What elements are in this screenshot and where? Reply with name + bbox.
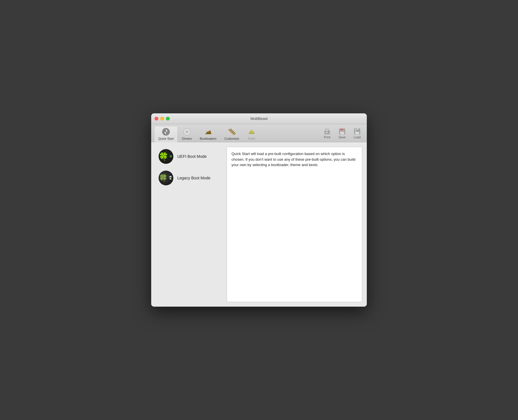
description-text: Quick Start will load a pre-built config… <box>231 151 357 168</box>
save-button[interactable]: Save <box>335 126 349 140</box>
description-panel: Quick Start will load a pre-built config… <box>227 147 362 302</box>
save-label: Save <box>338 135 346 139</box>
svg-rect-9 <box>251 130 252 131</box>
sidebar-item-legacy[interactable]: Legacy Boot Mode <box>156 168 223 188</box>
tab-bootloaders[interactable]: Bootloaders <box>196 126 220 142</box>
app-window: MultiBeast Quick Start <box>151 113 367 307</box>
svg-point-33 <box>170 156 171 156</box>
toolbar-nav: Quick Start Drivers <box>154 126 320 142</box>
legacy-label: Legacy Boot Mode <box>177 176 210 180</box>
customize-icon <box>227 127 236 136</box>
close-button[interactable] <box>155 117 158 120</box>
load-label: Load <box>354 135 361 139</box>
print-label: Print <box>324 135 330 139</box>
svg-rect-22 <box>356 129 357 130</box>
traffic-lights <box>155 117 170 120</box>
maximize-button[interactable] <box>166 117 170 120</box>
sidebar-item-uefi[interactable]: UEFI Boot Mode <box>156 147 223 166</box>
tab-drivers[interactable]: Drivers <box>178 126 196 142</box>
tab-build[interactable]: Build <box>243 126 260 142</box>
print-button[interactable]: Print <box>320 126 334 140</box>
tab-quick-start[interactable]: Quick Start <box>154 126 178 142</box>
load-icon <box>353 128 361 135</box>
uefi-icon <box>159 149 173 164</box>
svg-point-3 <box>186 131 187 132</box>
bootloaders-label: Bootloaders <box>200 137 216 140</box>
svg-rect-8 <box>249 133 254 134</box>
load-button[interactable]: Load <box>350 126 364 140</box>
customize-label: Customize <box>224 137 239 140</box>
drivers-icon <box>182 127 191 136</box>
title-bar: MultiBeast <box>151 113 367 124</box>
svg-rect-13 <box>325 129 329 131</box>
svg-point-34 <box>171 156 171 156</box>
build-icon <box>247 127 256 136</box>
minimize-button[interactable] <box>160 117 164 120</box>
sidebar: UEFI Boot Mode <box>156 147 227 302</box>
quick-start-label: Quick Start <box>158 137 174 140</box>
svg-rect-18 <box>340 132 344 134</box>
window-title: MultiBeast <box>250 116 268 121</box>
legacy-icon <box>159 171 173 185</box>
svg-point-14 <box>328 131 329 132</box>
main-content: UEFI Boot Mode <box>151 142 367 307</box>
quick-start-icon <box>161 127 170 136</box>
toolbar-actions: Print Save <box>320 126 364 142</box>
svg-rect-23 <box>355 132 359 134</box>
uefi-label: UEFI Boot Mode <box>177 154 207 159</box>
print-icon <box>323 128 331 135</box>
svg-rect-19 <box>340 129 343 130</box>
svg-point-43 <box>170 179 171 180</box>
drivers-label: Drivers <box>182 137 192 140</box>
svg-rect-37 <box>170 176 171 177</box>
svg-point-46 <box>170 178 170 178</box>
tab-customize[interactable]: Customize <box>220 126 243 142</box>
save-icon <box>338 128 346 135</box>
svg-rect-11 <box>325 132 329 132</box>
svg-point-47 <box>171 178 171 178</box>
svg-rect-12 <box>325 133 328 133</box>
toolbar: Quick Start Drivers <box>151 124 367 142</box>
bootloaders-icon <box>204 127 213 136</box>
build-label: Build <box>248 137 255 140</box>
